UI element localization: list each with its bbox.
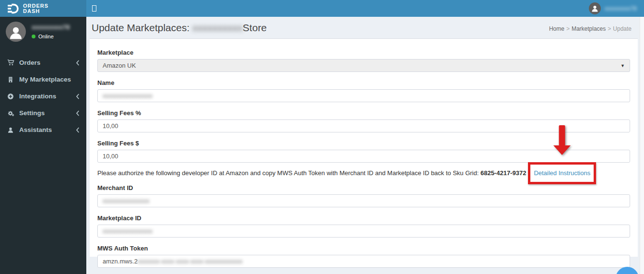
main-content: Update Marketplaces: xxxxxxxxxxStore Hom… <box>86 17 644 274</box>
sidebar-item-settings[interactable]: Settings <box>0 105 86 121</box>
chevron-left-icon <box>76 60 80 66</box>
name-input[interactable]: xxxxxxxxxxxxxxxx <box>97 89 630 102</box>
sidebar-toggle-icon[interactable] <box>92 5 96 12</box>
annotation-highlight-box: Detailed Instructions <box>528 162 596 184</box>
breadcrumb-update: Update <box>613 25 632 32</box>
building-icon <box>7 76 14 83</box>
plus-circle-icon <box>7 93 14 100</box>
topbar-user-menu[interactable]: xxxxxxxxx78 <box>589 2 637 14</box>
breadcrumb-home[interactable]: Home <box>549 25 564 32</box>
developer-id: 6825-4217-9372 <box>480 169 526 177</box>
marketplace-id-value-redacted: xxxxxxxxxxxxxxxx <box>103 227 152 235</box>
sidebar-item-label: Orders <box>19 59 71 66</box>
sidebar-item-label: Assistants <box>19 126 71 133</box>
sidebar-user-panel: xxxxxxxxx78 Online <box>0 17 86 48</box>
marketplace-id-input[interactable]: xxxxxxxxxxxxxxxx <box>97 225 630 238</box>
store-name-redacted: xxxxxxxxxx <box>192 22 243 33</box>
mws-token-visible-prefix: amzn.mws.2 <box>103 258 138 265</box>
sidebar-item-orders[interactable]: Orders <box>0 54 86 71</box>
marketplace-id-label: Marketplace ID <box>97 214 630 222</box>
marketplace-label: Marketplace <box>97 49 630 56</box>
sidebar-item-integrations[interactable]: Integrations <box>0 88 86 105</box>
online-status-label: Online <box>38 34 54 39</box>
brand-text: ORDERS DASH <box>23 3 48 14</box>
chat-widget-button[interactable] <box>616 267 639 274</box>
marketplace-select[interactable]: Amazon UK ▼ <box>97 59 630 72</box>
breadcrumb-marketplaces[interactable]: Marketplaces <box>572 25 606 32</box>
sidebar-menu: Orders My Marketplaces Integrations S <box>0 54 86 138</box>
page-title: Update Marketplaces: xxxxxxxxxxStore <box>92 22 267 34</box>
sidebar-item-label: My Marketplaces <box>19 76 80 83</box>
cart-icon <box>7 59 14 66</box>
name-label: Name <box>97 79 630 86</box>
chevron-down-icon: ▼ <box>621 63 625 68</box>
breadcrumb: Home>Marketplaces>Update <box>549 25 632 34</box>
page-scrollbar[interactable] <box>640 17 644 274</box>
selling-fees-percent-label: Selling Fees % <box>97 109 630 117</box>
mws-auth-token-input[interactable]: amzn.mws.2xxxxxxx-xxxx-xxxx-xxxx-xxxxxxx… <box>97 255 630 268</box>
sidebar-item-assistants[interactable]: Assistants <box>0 121 86 138</box>
sidebar-username: xxxxxxxxx78 <box>32 24 70 31</box>
sidebar-item-my-marketplaces[interactable]: My Marketplaces <box>0 71 86 88</box>
selling-fees-percent-input[interactable] <box>97 119 630 132</box>
detailed-instructions-link[interactable]: Detailed Instructions <box>534 169 590 177</box>
update-marketplace-form: Marketplace Amazon UK ▼ Name xxxxxxxxxxx… <box>90 38 638 257</box>
user-avatar-icon <box>589 2 601 14</box>
selling-fees-dollar-label: Selling Fees $ <box>97 140 630 147</box>
chevron-left-icon <box>76 127 80 133</box>
mws-auth-token-label: MWS Auth Token <box>97 245 630 252</box>
user-avatar-icon <box>6 22 26 42</box>
orders-dash-logo-icon <box>7 2 19 15</box>
sidebar-item-label: Integrations <box>19 93 71 100</box>
sidebar-item-label: Settings <box>19 109 71 117</box>
marketplace-selected-value: Amazon UK <box>103 62 136 69</box>
gears-icon <box>7 110 14 117</box>
chevron-left-icon <box>76 94 80 99</box>
top-navbar: ORDERS DASH xxxxxxxxx78 <box>0 0 644 17</box>
online-status-dot-icon <box>32 35 35 38</box>
merchant-id-input[interactable]: xxxxxxxxxxxxxxx <box>97 194 630 207</box>
brand-logo[interactable]: ORDERS DASH <box>0 0 86 17</box>
user-icon <box>7 127 14 133</box>
chevron-left-icon <box>76 110 80 116</box>
selling-fees-dollar-input[interactable] <box>97 150 630 163</box>
merchant-id-label: Merchant ID <box>97 184 630 191</box>
mws-token-value-redacted: xxxxxxx-xxxx-xxxx-xxxx-xxxxxxxxxxxx <box>138 258 243 265</box>
topbar-username: xxxxxxxxx78 <box>605 5 637 12</box>
authorize-instruction-text: Please authorize the following developer… <box>97 167 630 179</box>
name-value-redacted: xxxxxxxxxxxxxxxx <box>103 92 152 99</box>
sidebar: xxxxxxxxx78 Online Orders My Marketplace… <box>0 17 86 274</box>
merchant-id-value-redacted: xxxxxxxxxxxxxxx <box>103 197 150 204</box>
